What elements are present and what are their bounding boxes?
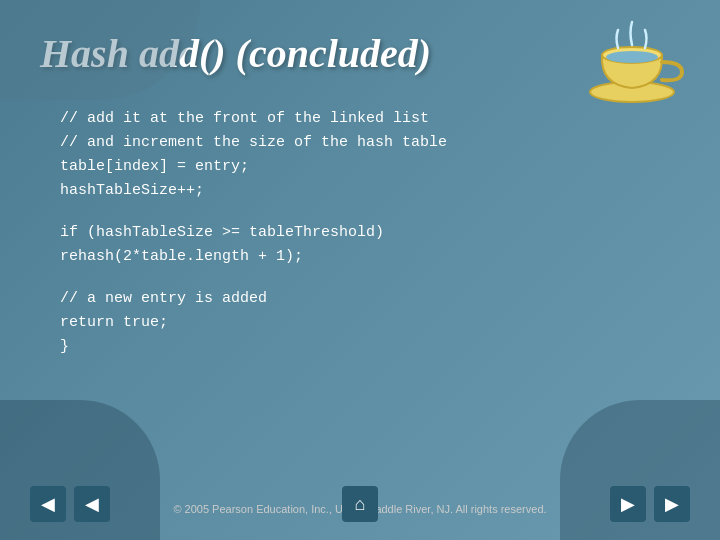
code-block: // add it at the front of the linked lis… <box>60 107 680 359</box>
code-line-1-1: // add it at the front of the linked lis… <box>60 107 680 131</box>
code-section-1: // add it at the front of the linked lis… <box>60 107 680 203</box>
nav-home-button[interactable]: ⌂ <box>342 486 378 522</box>
nav-next2-button[interactable]: ▶ <box>654 486 690 522</box>
nav-left: ◀ ◀ <box>30 486 110 522</box>
slide: Hash add() (concluded) // add it at the … <box>0 0 720 540</box>
code-line-2-2: rehash(2*table.length + 1); <box>60 245 680 269</box>
nav-next-button[interactable]: ▶ <box>610 486 646 522</box>
svg-point-2 <box>606 51 658 63</box>
code-section-2: if (hashTableSize >= tableThreshold) reh… <box>60 221 680 269</box>
nav-right: ▶ ▶ <box>610 486 690 522</box>
teacup-illustration <box>580 10 690 110</box>
code-line-2-1: if (hashTableSize >= tableThreshold) <box>60 221 680 245</box>
code-line-1-4: hashTableSize++; <box>60 179 680 203</box>
code-line-1-3: table[index] = entry; <box>60 155 680 179</box>
code-line-1-2: // and increment the size of the hash ta… <box>60 131 680 155</box>
nav-center: ⌂ <box>342 486 378 522</box>
bg-decoration-top <box>0 0 200 100</box>
code-line-3-1: // a new entry is added <box>60 287 680 311</box>
nav-prev-button[interactable]: ◀ <box>30 486 66 522</box>
code-line-3-3: } <box>60 335 680 359</box>
code-section-3: // a new entry is added return true; } <box>60 287 680 359</box>
code-line-3-2: return true; <box>60 311 680 335</box>
nav-prev2-button[interactable]: ◀ <box>74 486 110 522</box>
